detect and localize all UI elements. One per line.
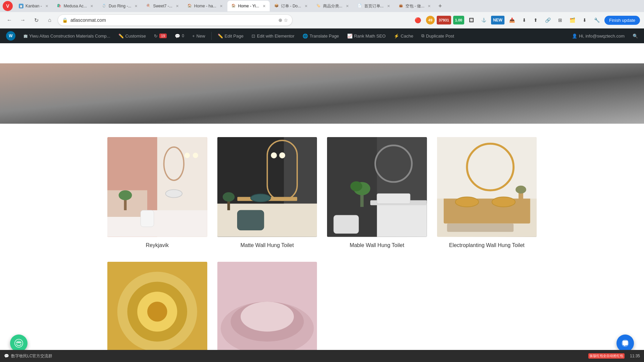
browser-action-6[interactable]: ⚓ bbox=[479, 16, 489, 24]
tab-close[interactable]: ✕ bbox=[346, 4, 349, 8]
tab-close[interactable]: ✕ bbox=[263, 4, 266, 8]
product-card-pink[interactable] bbox=[217, 262, 317, 362]
svg-point-54 bbox=[240, 302, 294, 331]
tab-home-ha[interactable]: 🏠 Home - ha... ✕ bbox=[183, 1, 227, 11]
browser-action-7[interactable]: 📥 bbox=[506, 16, 518, 24]
new-label: New bbox=[197, 34, 205, 39]
tab-bag[interactable]: 👜 空包 - 做... ✕ bbox=[395, 1, 435, 11]
taskbar-item-1[interactable]: 💬 数字牧民LC官方交流群 bbox=[4, 353, 52, 359]
hero-strip bbox=[0, 63, 644, 124]
tab-close[interactable]: ✕ bbox=[428, 4, 431, 8]
search-bar-icon: 🔍 bbox=[633, 34, 638, 39]
address-bar[interactable]: 🔒 atlasconmat.com ⊕ ☆ bbox=[58, 14, 292, 26]
edit-page-item[interactable]: ✏️ Edit Page bbox=[214, 28, 247, 43]
comments-item[interactable]: 💬 0 bbox=[171, 28, 187, 43]
browser-action-13[interactable]: ⬇ bbox=[580, 16, 589, 24]
svg-point-18 bbox=[279, 153, 285, 159]
tab-first-order[interactable]: 📄 首页订单... ✕ bbox=[354, 1, 394, 11]
browser-action-5[interactable]: 🔲 bbox=[466, 16, 477, 24]
badge-37931: 37931 bbox=[439, 18, 449, 22]
chat-button[interactable] bbox=[616, 335, 634, 352]
cache-item[interactable]: ⚡ Cache bbox=[390, 28, 417, 43]
tab-close[interactable]: ✕ bbox=[90, 4, 93, 8]
customise-label: Customise bbox=[125, 34, 146, 39]
tab-favicon: 🏠 bbox=[187, 4, 192, 8]
tab-favicon: 🏷️ bbox=[316, 4, 321, 8]
product-card-marble[interactable]: Mable Wall Hung Toilet bbox=[327, 137, 427, 248]
wp-admin-bar: W 🏢 Yiwu Altas Construction Materials Co… bbox=[0, 28, 644, 43]
tab-close[interactable]: ✕ bbox=[305, 4, 308, 8]
tab-sweet7[interactable]: 🍭 Sweet7 -... ✕ bbox=[142, 1, 182, 11]
updates-item[interactable]: ↻ 19 bbox=[151, 28, 170, 43]
translate-icon[interactable]: ⊕ bbox=[278, 17, 282, 23]
duplicate-label: Duplicate Post bbox=[426, 34, 454, 39]
tab-close[interactable]: ✕ bbox=[176, 4, 179, 8]
home-button[interactable]: ⌂ bbox=[44, 15, 55, 25]
bookmark-icon[interactable]: ☆ bbox=[284, 17, 288, 23]
product-card-matte[interactable]: Matte Wall Hung Toilet bbox=[217, 137, 317, 248]
chat-icon bbox=[621, 339, 630, 348]
elementor-icon: ⊡ bbox=[252, 34, 255, 39]
wp-logo: W bbox=[6, 31, 15, 41]
tab-close[interactable]: ✕ bbox=[220, 4, 223, 8]
customise-icon: ✏️ bbox=[118, 34, 124, 39]
browser-action-9[interactable]: ⬆ bbox=[531, 16, 540, 24]
wp-logo-item[interactable]: W bbox=[3, 28, 19, 43]
tab-medusa[interactable]: 🛍️ Medusa Ac... ✕ bbox=[53, 1, 97, 11]
translate-item[interactable]: 🌐 Translate Page bbox=[299, 28, 342, 43]
tab-close[interactable]: ✕ bbox=[135, 4, 138, 8]
duplicate-item[interactable]: ⧉ Duplicate Post bbox=[418, 28, 458, 43]
browser-action-8[interactable]: ⬇ bbox=[520, 16, 529, 24]
svg-point-23 bbox=[222, 192, 234, 202]
new-badge-action[interactable]: NEW bbox=[491, 16, 504, 24]
browser-action-3[interactable]: 37931 bbox=[437, 16, 451, 24]
product-card-gold[interactable] bbox=[107, 262, 207, 362]
browser-action-wp[interactable]: 🔧 bbox=[591, 16, 602, 24]
browser-action-1[interactable]: 🔴 bbox=[412, 16, 424, 24]
tab-close[interactable]: ✕ bbox=[387, 4, 390, 8]
browser-action-12[interactable]: 🗂️ bbox=[567, 16, 578, 24]
tab-title: 订单 - Do... bbox=[281, 3, 301, 9]
tab-title: 商品分类... bbox=[323, 3, 342, 9]
search-item[interactable]: 🔍 bbox=[629, 28, 641, 43]
taskbar-badge: 纵版红包全自动抢红包 bbox=[588, 353, 625, 359]
customise-item[interactable]: ✏️ Customise bbox=[115, 28, 149, 43]
reload-button[interactable]: ↻ bbox=[31, 15, 42, 25]
browser-action-10[interactable]: 🔗 bbox=[542, 16, 553, 24]
tab-product-cat[interactable]: 🏷️ 商品分类... ✕ bbox=[312, 1, 353, 11]
tab-home-yi[interactable]: 🏠 Home - Yi... ✕ bbox=[227, 1, 270, 11]
taskbar-time-display: 11:35 bbox=[630, 354, 640, 358]
product-title-electro: Electroplanting Wall Hung Toilet bbox=[449, 242, 525, 248]
tab-title: Home - Yi... bbox=[238, 4, 259, 8]
rank-math-item[interactable]: 📈 Rank Math SEO bbox=[344, 28, 389, 43]
site-name-item[interactable]: 🏢 Yiwu Altas Construction Materials Comp… bbox=[20, 28, 114, 43]
svg-point-50 bbox=[147, 302, 167, 322]
product-title-matte: Matte Wall Hung Toilet bbox=[240, 242, 294, 248]
fingerprint-button[interactable] bbox=[10, 335, 28, 352]
product-card-reykjavik[interactable]: Reykjavik bbox=[107, 137, 207, 248]
svg-point-6 bbox=[184, 153, 190, 158]
tab-order[interactable]: 📦 订单 - Do... ✕ bbox=[270, 1, 312, 11]
browser-action-4[interactable]: 1.00 bbox=[453, 16, 464, 24]
bar-separator bbox=[211, 32, 212, 40]
tab-close[interactable]: ✕ bbox=[45, 4, 48, 8]
browser-action-2[interactable]: 49 bbox=[426, 16, 435, 24]
forward-button[interactable]: → bbox=[17, 15, 28, 25]
translate-label: Translate Page bbox=[310, 34, 339, 39]
back-button[interactable]: ← bbox=[4, 15, 15, 25]
taskbar: 💬 数字牧民LC官方交流群 纵版红包全自动抢红包 11:35 bbox=[0, 350, 644, 362]
tab-favicon: 👜 bbox=[399, 4, 404, 8]
finish-update-button[interactable]: Finish update bbox=[604, 16, 640, 25]
new-item[interactable]: + New bbox=[189, 28, 209, 43]
taskbar-red-badge[interactable]: 纵版红包全自动抢红包 bbox=[588, 353, 625, 359]
tab-kanban[interactable]: 📋 Kanban - ✕ bbox=[15, 1, 52, 11]
svg-rect-14 bbox=[217, 203, 317, 237]
new-tab-button[interactable]: + bbox=[435, 1, 445, 11]
tab-favicon: 💍 bbox=[102, 4, 107, 8]
tab-duo[interactable]: 💍 Duo Ring -... ✕ bbox=[98, 1, 142, 11]
browser-action-11[interactable]: ⊞ bbox=[555, 16, 565, 24]
edit-elementor-item[interactable]: ⊡ Edit with Elementor bbox=[248, 28, 298, 43]
user-item[interactable]: 👤 Hi, info@swqztech.com bbox=[569, 28, 628, 43]
svg-rect-34 bbox=[334, 215, 359, 234]
product-card-electro[interactable]: Electroplanting Wall Hung Toilet bbox=[437, 137, 537, 248]
